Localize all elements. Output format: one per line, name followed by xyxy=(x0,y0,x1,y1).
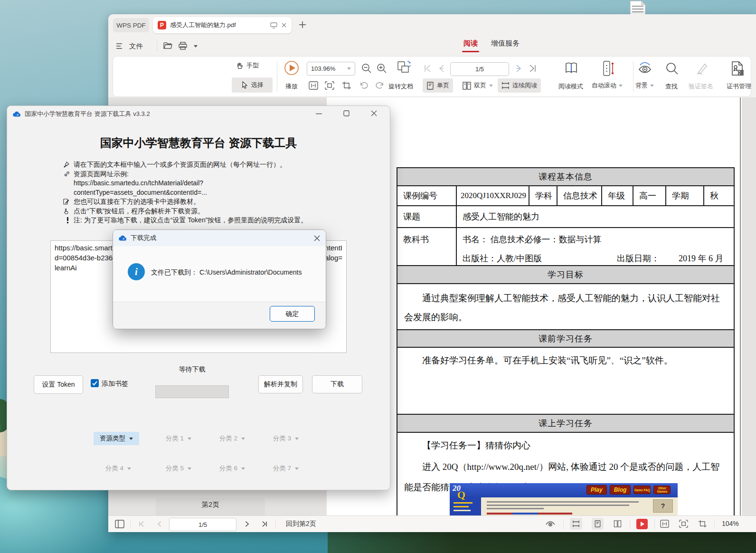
filter-category-4[interactable]: 分类 4 xyxy=(100,462,136,475)
page2-floating-button[interactable]: 第2页 xyxy=(156,498,265,515)
tool-close-icon[interactable] xyxy=(371,110,377,116)
background-icon[interactable] xyxy=(637,61,652,76)
double-page-button[interactable]: 双页 xyxy=(460,78,496,93)
set-token-button[interactable]: 设置 Token xyxy=(34,375,83,394)
first-page-icon[interactable] xyxy=(423,63,433,74)
filter-category-5[interactable]: 分类 5 xyxy=(161,462,197,475)
tool-maximize-icon[interactable] xyxy=(343,110,350,116)
hand-tool[interactable]: 手型 xyxy=(236,61,259,70)
next-page-icon[interactable] xyxy=(513,63,523,74)
prev-page-icon[interactable] xyxy=(437,63,447,74)
20q-nav-play[interactable]: Play xyxy=(586,485,607,495)
cert-management-label: 证书管理 xyxy=(727,82,751,91)
filter-category-6[interactable]: 分类 6 xyxy=(214,462,250,475)
pdf-file-icon: P xyxy=(158,21,166,29)
download-button[interactable]: 下载 xyxy=(312,375,362,393)
status-play-button[interactable] xyxy=(636,519,648,529)
dialog-close-icon[interactable] xyxy=(314,235,320,241)
filter-resource-type-caret-icon xyxy=(129,438,133,440)
select-tool[interactable]: 选择 xyxy=(232,77,273,93)
background-button[interactable]: 背景 xyxy=(635,81,654,90)
main-menu-icon[interactable] xyxy=(116,43,123,49)
status-double-page-icon[interactable] xyxy=(614,520,622,527)
20q-help-button[interactable]: ? xyxy=(653,499,673,513)
ok-button[interactable]: 确定 xyxy=(270,306,315,322)
continuous-read-button[interactable]: 连续阅读 xyxy=(498,78,541,93)
download-complete-dialog: 下载完成 i 文件已下载到： C:\Users\Administrator\Do… xyxy=(113,229,326,329)
verify-signature-icon[interactable] xyxy=(695,61,709,76)
read-mode-icon[interactable] xyxy=(564,61,578,75)
status-page-box[interactable]: 1/5 xyxy=(169,518,236,531)
page-indicator-box[interactable]: 1/5 xyxy=(450,62,509,76)
status-next-page-icon[interactable] xyxy=(243,520,251,528)
play-button[interactable] xyxy=(284,60,299,76)
fit-page-icon[interactable] xyxy=(325,81,334,90)
cert-management-icon[interactable] xyxy=(730,61,745,76)
waiting-label: 等待下载 xyxy=(155,365,229,374)
wps-app-label: WPS PDF xyxy=(116,22,146,29)
filter-category-7[interactable]: 分类 7 xyxy=(268,462,304,475)
document-tab[interactable]: P 感受人工智能的魅力.pdf xyxy=(153,17,292,33)
filter-category-2-label: 分类 2 xyxy=(219,434,237,443)
status-prev-page-icon[interactable] xyxy=(156,520,164,528)
verify-signature-label: 验证签名 xyxy=(689,82,713,91)
fit-width-icon[interactable] xyxy=(309,81,318,90)
parse-copy-button[interactable]: 解析并复制 xyxy=(258,375,303,393)
wps-app-button[interactable]: WPS PDF xyxy=(113,18,149,32)
status-continuous-icon[interactable] xyxy=(570,518,582,530)
rotate-right-icon[interactable] xyxy=(375,81,385,90)
tab-close-icon[interactable] xyxy=(281,22,287,28)
filter-category-2[interactable]: 分类 2 xyxy=(214,432,250,445)
cell-term-key: 学期 xyxy=(666,186,704,206)
zoom-value: 103.96% xyxy=(311,65,335,72)
status-zoom-value[interactable]: 104% xyxy=(722,520,739,527)
back-to-page-link[interactable]: 回到第2页 xyxy=(286,520,316,528)
tool-minimize-icon[interactable] xyxy=(316,113,322,114)
status-fit-page-icon[interactable] xyxy=(679,520,688,528)
bookmark-checkbox[interactable] xyxy=(91,379,99,387)
task1-title: 【学习任务一】猜猜你内心 xyxy=(404,439,727,452)
menu-file[interactable]: 文件 xyxy=(129,42,143,51)
filter-category-3[interactable]: 分类 3 xyxy=(268,432,304,445)
zoom-in-icon[interactable] xyxy=(376,63,387,74)
tab-read[interactable]: 阅读 xyxy=(459,39,482,52)
page-indicator: 1/5 xyxy=(475,66,484,73)
find-icon[interactable] xyxy=(665,61,679,76)
new-tab-button[interactable] xyxy=(298,20,307,29)
open-folder-icon[interactable] xyxy=(163,42,172,50)
cell-lesson-id-key: 课例编号 xyxy=(397,186,456,206)
print-options-caret-icon[interactable] xyxy=(194,45,198,48)
auto-scroll-icon[interactable] xyxy=(602,60,614,76)
rotate-left-icon[interactable] xyxy=(359,81,369,90)
crop-page-icon[interactable] xyxy=(342,81,351,90)
auto-scroll-button[interactable]: 自动滚动 xyxy=(592,81,623,90)
20q-nav-gamefaq[interactable]: Game FAQ xyxy=(633,486,651,494)
last-page-icon[interactable] xyxy=(527,63,538,74)
zoom-combobox[interactable]: 103.96% xyxy=(307,62,355,76)
status-crop-icon[interactable] xyxy=(698,520,707,528)
20q-logo-q: Q xyxy=(457,489,465,501)
status-last-page-icon[interactable] xyxy=(260,520,268,528)
20q-nav-othergames[interactable]: Other Games xyxy=(653,486,671,494)
rotate-document-icon[interactable] xyxy=(396,60,412,76)
filter-category-5-label: 分类 5 xyxy=(166,464,184,473)
cell-topic-key: 课题 xyxy=(397,206,456,228)
zoom-out-icon[interactable] xyxy=(361,63,372,74)
filter-category-1[interactable]: 分类 1 xyxy=(161,432,197,445)
status-first-page-icon[interactable] xyxy=(138,520,146,528)
single-page-button[interactable]: 单页 xyxy=(423,78,453,93)
tab-vas[interactable]: 增值服务 xyxy=(491,39,520,48)
status-eye-icon[interactable] xyxy=(545,520,556,528)
20q-nav-blog[interactable]: Blog xyxy=(610,485,631,495)
status-fit-width-icon[interactable] xyxy=(660,520,669,528)
status-bar: 1/5 回到第2页 xyxy=(108,515,756,532)
background-label: 背景 xyxy=(635,81,648,90)
dialog-title: 下载完成 xyxy=(131,234,156,242)
filter-resource-type[interactable]: 资源类型 xyxy=(94,432,139,445)
bookmark-checkbox-label[interactable]: 添加书签 xyxy=(102,380,128,388)
sidebar-toggle-icon[interactable] xyxy=(115,520,124,528)
status-single-page-icon[interactable] xyxy=(592,518,604,530)
print-icon[interactable] xyxy=(179,42,187,50)
tab-preview-icon[interactable] xyxy=(270,22,277,29)
page2-floating-label: 第2页 xyxy=(201,501,219,508)
